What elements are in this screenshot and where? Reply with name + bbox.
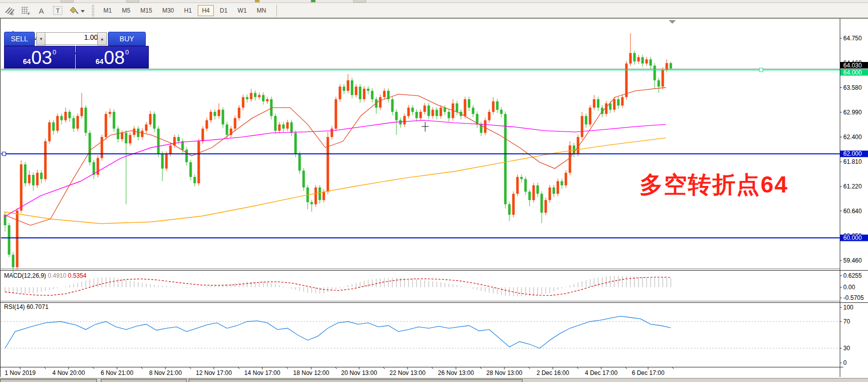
- mouse-crosshair-cursor: [422, 122, 429, 132]
- macd-signal-line: [5, 277, 671, 296]
- hline-price-label-text: 60.000: [843, 234, 862, 241]
- time-axis-label: 26 Nov 13:00: [438, 369, 474, 376]
- time-axis-label: 4 Nov 20:00: [52, 369, 85, 376]
- macd-tick-label: 0.6255: [843, 272, 862, 279]
- hline-handle[interactable]: [760, 68, 763, 72]
- macd-value: 0.4910: [48, 272, 67, 279]
- sell-button[interactable]: SELL: [4, 32, 35, 46]
- rsi-line: [5, 316, 671, 348]
- price-tick-label: 60.640: [843, 208, 862, 215]
- volume-increase-button[interactable]: ▲: [97, 32, 107, 45]
- chart-shift-marker-icon[interactable]: [669, 20, 676, 24]
- time-axis-label: 6 Nov 21:00: [101, 369, 134, 376]
- bid-price-label-text: 64.030: [843, 62, 862, 69]
- clipped-window-tab: [0, 379, 97, 382]
- time-axis-label: 20 Nov 13:00: [341, 369, 377, 376]
- rsi-tick-label: 30: [843, 345, 850, 352]
- time-axis-label: 1 Nov 2019: [5, 369, 36, 376]
- sell-price-sup: 0: [52, 48, 56, 56]
- clipped-window-tab: [189, 379, 523, 382]
- ma-mid-magenta-line: [4, 120, 666, 217]
- price-tick-label: 61.810: [843, 158, 862, 165]
- price-tick-label: 61.220: [843, 183, 862, 190]
- sell-price-main: 03: [31, 48, 52, 68]
- mt4-chart-window: E F A T: [0, 0, 868, 382]
- clipped-bottom-windows: [0, 378, 868, 382]
- buy-price-main: 08: [104, 48, 125, 68]
- time-axis-label: 4 Dec 17:00: [585, 369, 618, 376]
- price-tick-label: 62.990: [843, 109, 862, 116]
- buy-price-panel[interactable]: 64 08 0: [76, 46, 149, 69]
- macd-tick-label: -0.5705: [843, 294, 864, 301]
- rsi-value: 60.7071: [27, 303, 48, 310]
- hline-price-label-text: 62.000: [843, 150, 862, 157]
- time-axis: 1 Nov 20194 Nov 20:006 Nov 21:008 Nov 21…: [5, 367, 674, 376]
- hline-price-label-text: 64.000: [843, 69, 862, 76]
- price-tick-label: 62.400: [843, 134, 862, 141]
- price-scale: 64.75064.16063.58062.99062.40061.81061.2…: [840, 35, 868, 366]
- time-axis-label: 14 Nov 17:00: [244, 369, 280, 376]
- time-axis-label: 18 Nov 12:00: [293, 369, 329, 376]
- clipped-window-tab: [101, 379, 187, 382]
- price-tick-label: 59.460: [843, 257, 862, 264]
- buy-price-sup: 0: [125, 48, 129, 56]
- time-axis-label: 6 Dec 17:00: [632, 369, 665, 376]
- macd-tick-label: 0.00: [843, 284, 855, 291]
- price-tick-label: 63.580: [843, 84, 862, 91]
- macd-signal-value: 0.5354: [68, 272, 87, 279]
- time-axis-label: 12 Nov 17:00: [196, 369, 232, 376]
- sell-price-prefix: 64: [23, 57, 31, 66]
- hline-handle[interactable]: [3, 152, 6, 156]
- one-click-trading-panel: SELL ▼ 1.00 ▲ BUY 64 03 0 64 08 0: [4, 32, 148, 68]
- buy-price-prefix: 64: [96, 57, 104, 66]
- rsi-tick-label: 70: [843, 318, 850, 325]
- chart-text-annotation[interactable]: 多空转折点64: [640, 169, 788, 201]
- price-tick-label: 64.750: [843, 35, 862, 42]
- volume-input[interactable]: 1.00: [45, 32, 101, 45]
- time-axis-label: 2 Dec 16:00: [537, 369, 569, 376]
- macd-indicator-label: MACD(12,26,9) 0.4910 0.5354: [4, 272, 86, 279]
- rsi-tick-label: 100: [843, 304, 853, 311]
- macd-pane: [5, 276, 671, 296]
- hline-62.000[interactable]: [1, 152, 840, 156]
- rsi-tick-label: 0: [843, 359, 847, 366]
- rsi-pane: [1, 316, 840, 348]
- sell-price-panel[interactable]: 64 03 0: [4, 46, 75, 69]
- buy-button[interactable]: BUY: [108, 32, 146, 46]
- time-axis-label: 22 Nov 13:00: [389, 369, 426, 376]
- time-axis-label: 28 Nov 13:00: [486, 369, 523, 376]
- time-axis-label: 8 Nov 21:00: [149, 369, 182, 376]
- rsi-indicator-label: RSI(14) 60.7071: [4, 303, 48, 310]
